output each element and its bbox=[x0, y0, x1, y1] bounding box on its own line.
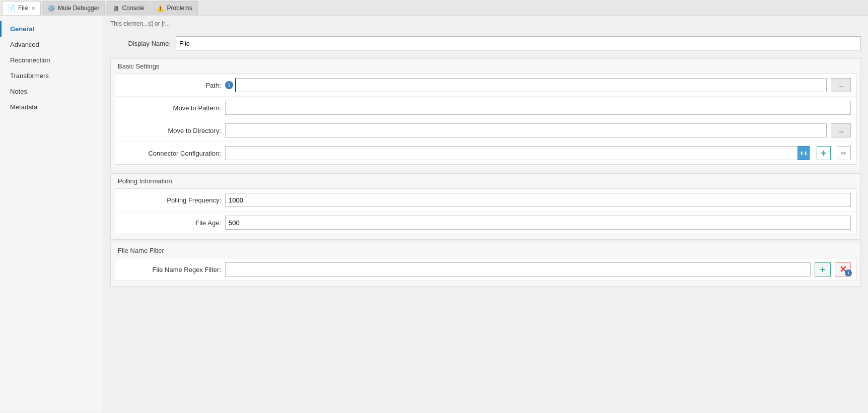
tab-console-label: Console bbox=[122, 5, 144, 12]
mule-debugger-tab-icon: ⚙️ bbox=[47, 4, 55, 12]
path-info-icon: i bbox=[225, 81, 233, 89]
connector-edit-button[interactable]: ✏ bbox=[837, 146, 851, 160]
file-name-regex-filter-input[interactable] bbox=[225, 262, 811, 277]
tab-file-close[interactable]: ✕ bbox=[31, 6, 35, 11]
tab-file-label: File bbox=[18, 5, 28, 12]
file-age-row: File Age: bbox=[115, 212, 856, 234]
tab-bar: 📄 File ✕ ⚙️ Mule Debugger 🖥 Console ⚠️ P… bbox=[0, 0, 868, 16]
description-text: This elemen...s] or [r... bbox=[110, 20, 170, 27]
sidebar-item-transformers[interactable]: Transformers bbox=[0, 68, 103, 84]
sidebar-advanced-label: Advanced bbox=[10, 41, 39, 48]
sidebar-general-label: General bbox=[10, 25, 34, 33]
tab-mule-debugger[interactable]: ⚙️ Mule Debugger bbox=[42, 1, 105, 15]
connector-select-wrap: ⬆⬇ bbox=[225, 146, 810, 160]
connector-add-button[interactable]: + bbox=[817, 146, 831, 160]
connector-dropdown-arrow[interactable]: ⬆⬇ bbox=[798, 146, 810, 160]
basic-settings-inner: Path: i ... Move to Pattern: Move to Dir… bbox=[115, 74, 856, 165]
move-to-directory-input[interactable] bbox=[225, 123, 827, 137]
description-bar: This elemen...s] or [r... bbox=[103, 16, 868, 31]
file-name-filter-section: File Name Filter File Name Regex Filter:… bbox=[110, 243, 861, 287]
move-to-directory-row: Move to Directory: ... bbox=[115, 119, 856, 142]
sidebar-item-notes[interactable]: Notes bbox=[0, 84, 103, 99]
path-input[interactable] bbox=[235, 78, 827, 92]
path-input-wrap: i bbox=[225, 78, 827, 92]
move-to-pattern-row: Move to Pattern: bbox=[115, 97, 856, 119]
file-name-filter-inner: File Name Regex Filter: + ✕ i bbox=[115, 258, 856, 281]
polling-frequency-row: Polling Frequency: bbox=[115, 189, 856, 212]
tab-console[interactable]: 🖥 Console bbox=[106, 1, 150, 15]
move-to-directory-label: Move to Directory: bbox=[120, 127, 221, 134]
sidebar-item-advanced[interactable]: Advanced bbox=[0, 37, 103, 52]
path-browse-button[interactable]: ... bbox=[831, 78, 851, 92]
polling-information-section: Polling Information Polling Frequency: F… bbox=[110, 173, 861, 240]
sidebar-notes-label: Notes bbox=[10, 88, 27, 95]
filter-add-button[interactable]: + bbox=[815, 262, 831, 277]
tab-problems[interactable]: ⚠️ Problems bbox=[151, 1, 198, 15]
connector-configuration-row: Connector Configuration: ⬆⬇ + ✏ bbox=[115, 142, 856, 164]
file-age-label: File Age: bbox=[120, 219, 221, 227]
sidebar-item-general[interactable]: General bbox=[0, 21, 103, 37]
tab-problems-label: Problems bbox=[167, 5, 192, 12]
file-age-input[interactable] bbox=[225, 216, 851, 230]
main-layout: General Advanced Reconnection Transforme… bbox=[0, 16, 868, 412]
content-area: This elemen...s] or [r... Display Name: … bbox=[103, 16, 868, 412]
basic-settings-title: Basic Settings bbox=[111, 59, 860, 74]
problems-tab-icon: ⚠️ bbox=[156, 4, 164, 12]
sidebar-transformers-label: Transformers bbox=[10, 72, 49, 80]
sidebar-item-metadata[interactable]: Metadata bbox=[0, 99, 103, 115]
file-tab-icon: 📄 bbox=[8, 4, 16, 12]
move-to-pattern-label: Move to Pattern: bbox=[120, 104, 221, 112]
basic-settings-section: Basic Settings Path: i ... Move to Patte… bbox=[110, 58, 861, 170]
filter-section-info-icon: i bbox=[845, 269, 852, 277]
display-name-label: Display Name: bbox=[110, 40, 171, 47]
path-row: Path: i ... bbox=[115, 74, 856, 97]
move-to-directory-browse-button[interactable]: ... bbox=[831, 123, 851, 137]
connector-configuration-label: Connector Configuration: bbox=[120, 150, 221, 157]
file-name-regex-filter-row: File Name Regex Filter: + ✕ bbox=[115, 258, 856, 281]
sidebar: General Advanced Reconnection Transforme… bbox=[0, 16, 103, 412]
tab-mule-debugger-label: Mule Debugger bbox=[58, 5, 99, 12]
move-to-pattern-input[interactable] bbox=[225, 101, 851, 115]
polling-frequency-label: Polling Frequency: bbox=[120, 196, 221, 204]
display-name-input[interactable] bbox=[176, 36, 861, 50]
display-name-row: Display Name: bbox=[103, 31, 868, 55]
sidebar-metadata-label: Metadata bbox=[10, 103, 37, 111]
path-label: Path: bbox=[120, 82, 221, 89]
polling-information-inner: Polling Frequency: File Age: bbox=[115, 188, 856, 234]
file-name-filter-title: File Name Filter bbox=[111, 243, 860, 258]
connector-configuration-input[interactable] bbox=[225, 146, 798, 160]
polling-information-title: Polling Information bbox=[111, 174, 860, 188]
polling-frequency-input[interactable] bbox=[225, 193, 851, 207]
sidebar-reconnection-label: Reconnection bbox=[10, 56, 50, 64]
file-name-regex-filter-label: File Name Regex Filter: bbox=[120, 266, 221, 273]
sidebar-item-reconnection[interactable]: Reconnection bbox=[0, 52, 103, 68]
tab-file[interactable]: 📄 File ✕ bbox=[2, 1, 41, 15]
console-tab-icon: 🖥 bbox=[111, 4, 119, 12]
